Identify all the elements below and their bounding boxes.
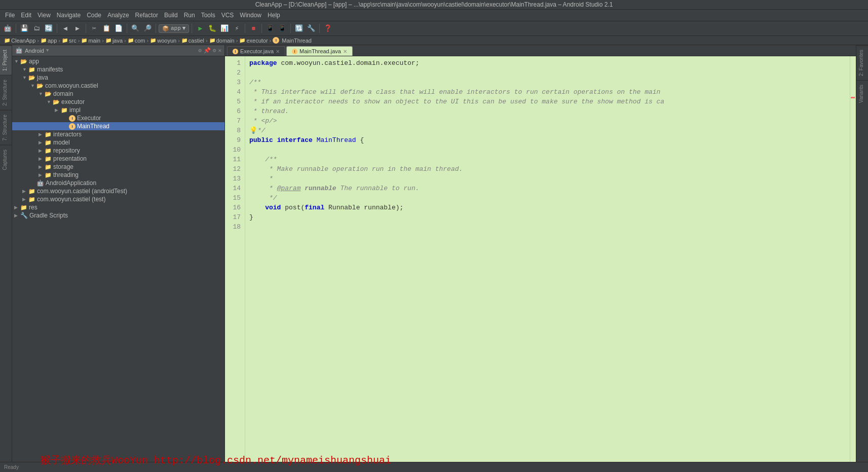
close-tab-executor[interactable]: ✕ [276,49,280,54]
tree-item-repository[interactable]: ▶ 📁 repository [12,147,224,155]
tree-item-presentation[interactable]: ▶ 📁 presentation [12,155,224,163]
sync-proj-btn[interactable]: 🔃 [293,23,305,34]
dropdown-arrow-icon[interactable]: ▼ [46,48,49,53]
copy-btn[interactable]: 📋 [101,23,112,34]
tree-item-manifests[interactable]: ▼ 📁 manifests [12,65,224,74]
code-editor[interactable]: package com.wooyun.castiel.domain.execut… [245,56,850,462]
crumb-mainthread[interactable]: I MainThread [273,37,312,44]
tree-item-com-wooyun-castiel[interactable]: ▼ 📂 com.wooyun.castiel [12,82,224,90]
find-btn[interactable]: 🔍 [130,23,141,34]
structure-tab[interactable]: 2: Structure [0,75,12,110]
menu-vcs[interactable]: VCS [218,11,237,20]
tree-item-storage[interactable]: ▶ 📁 storage [12,163,224,171]
tree-item-res[interactable]: ▶ 📁 res [12,203,224,211]
menu-file[interactable]: File [2,11,18,20]
app-selector-label: app [171,25,181,31]
crumb-app[interactable]: 📁 app [41,38,57,44]
settings-icon[interactable]: ⚙ [213,47,216,54]
crumb-com[interactable]: 📁 com [128,38,145,44]
tree-item-threading[interactable]: ▶ 📁 threading [12,171,224,179]
tree-item-executor[interactable]: ▼ 📂 executor [12,98,224,106]
iface-icon: I [292,49,297,54]
stop-btn[interactable]: ■ [248,23,259,34]
menu-help[interactable]: Help [265,11,283,20]
menu-window[interactable]: Window [237,11,265,20]
variants-tab[interactable]: Variants [856,80,868,107]
captures-tab[interactable]: Captures [0,145,12,174]
tree-item-java[interactable]: ▼ 📂 java [12,74,224,82]
tree-item-interactors[interactable]: ▶ 📁 interactors [12,130,224,138]
toolbar-separator-9 [290,24,291,33]
crumb-main[interactable]: 📁 main [81,38,100,44]
crumb-wooyun[interactable]: 📁 wooyun [150,38,176,44]
sdk-mgr-btn[interactable]: 📱 [265,23,276,34]
toolbar-separator-6 [192,24,192,33]
gradle-btn[interactable]: 🔧 [306,23,317,34]
cut-btn[interactable]: ✂ [89,23,100,34]
forward-btn[interactable]: ▶ [72,23,83,34]
tree-item-mainthread[interactable]: I MainThread [12,122,224,130]
menu-run[interactable]: Run [181,11,198,20]
arrow-icon: ▼ [22,75,27,80]
back-btn[interactable]: ◀ [60,23,71,34]
tree-item-gradle[interactable]: ▶ 🔧 Gradle Scripts [12,211,224,220]
help-btn[interactable]: ❓ [322,23,333,34]
code-container[interactable]: 1 2 3 4 5 6 7 8 9 10 11 12 13 14 15 16 1 [225,56,856,462]
tree-item-app[interactable]: ▼ 📂 app [12,57,224,65]
folder-open-icon: 📂 [45,91,52,97]
folder-icon-src: 📁 [62,38,68,43]
app-selector[interactable]: 📦 app ▼ [159,24,189,33]
menu-view[interactable]: View [34,11,54,20]
menu-edit[interactable]: Edit [18,11,34,20]
find-usages-btn[interactable]: 🔎 [142,23,153,34]
coverage-btn[interactable]: 📊 [219,23,230,34]
avd-btn[interactable]: 📱 [277,23,288,34]
crumb-src[interactable]: 📁 src [62,38,77,44]
toolbar-separator-4 [127,24,127,33]
arrow-icon: ▼ [47,99,52,104]
crumb-executor[interactable]: 📁 executor [239,38,268,44]
tab-executor[interactable]: I Executor.java ✕ [227,46,285,56]
paste-btn[interactable]: 📄 [113,23,124,34]
toolbar: 🤖 💾 🗂 🔄 ◀ ▶ ✂ 📋 📄 🔍 🔎 📦 app ▼ ▶ 🐛 📊 ⚡ ■ … [0,21,868,36]
project-tab[interactable]: 1: Project [0,45,12,75]
tree-item-executor-iface[interactable]: I Executor [12,114,224,122]
save-all-btn[interactable]: 🗂 [31,23,42,34]
crumb-castiel[interactable]: 📁 castiel [181,38,204,44]
line-numbers: 1 2 3 4 5 6 7 8 9 10 11 12 13 14 15 16 1 [225,56,245,462]
close-tab-mainthread[interactable]: ✕ [343,49,347,54]
tree-item-androidapp[interactable]: 🤖 AndroidApplication [12,179,224,187]
menu-refactor[interactable]: Refactor [132,11,161,20]
sync-btn[interactable]: 🔄 [43,23,54,34]
close-panel-icon[interactable]: ✕ [218,47,221,54]
pin-icon[interactable]: 📌 [204,47,211,54]
interface-badge: I [273,37,279,44]
run-btn[interactable]: ▶ [195,23,206,34]
tree-item-domain[interactable]: ▼ 📂 domain [12,90,224,98]
favorites-tab[interactable]: 2: Favorites [856,45,868,80]
folder-icon-main: 📁 [81,38,87,43]
app-selector-arrow: ▼ [182,25,186,31]
debug-btn[interactable]: 🐛 [207,23,218,34]
menu-analyze[interactable]: Analyze [104,11,132,20]
tab-mainthread[interactable]: I MainThread.java ✕ [286,46,353,56]
cog-icon[interactable]: ⚙ [198,47,202,54]
save-btn[interactable]: 💾 [19,23,30,34]
crumb-cleanapp[interactable]: 📁 CleanApp [4,38,35,44]
structure2-tab[interactable]: 7: Structure [0,110,12,145]
tree-item-model[interactable]: ▶ 📁 model [12,138,224,147]
toolbar-separator-5 [156,24,156,33]
crumb-domain[interactable]: 📁 domain [209,38,235,44]
tree-item-impl[interactable]: ▶ 📁 impl [12,106,224,114]
tree-item-androidtest[interactable]: ▶ 📁 com.wooyun.castiel (androidTest) [12,187,224,195]
menu-tools[interactable]: Tools [198,11,218,20]
profile-btn[interactable]: ⚡ [231,23,242,34]
tree-item-test[interactable]: ▶ 📁 com.wooyun.castiel (test) [12,195,224,203]
menu-navigate[interactable]: Navigate [54,11,84,20]
right-gutter [850,56,856,462]
breadcrumb: 📁 CleanApp › 📁 app › 📁 src › 📁 main › 📁 … [0,36,868,45]
crumb-java[interactable]: 📁 java [105,38,123,44]
menu-build[interactable]: Build [161,11,181,20]
folder-icon-wooyun: 📁 [150,38,156,43]
menu-code[interactable]: Code [84,11,104,20]
